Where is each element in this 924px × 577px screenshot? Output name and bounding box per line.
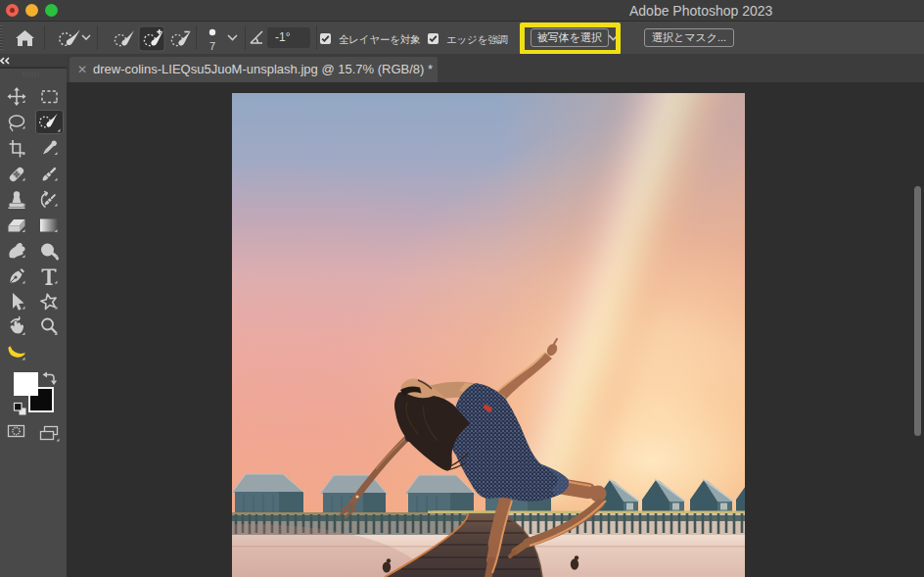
svg-text:7: 7 xyxy=(209,40,215,52)
